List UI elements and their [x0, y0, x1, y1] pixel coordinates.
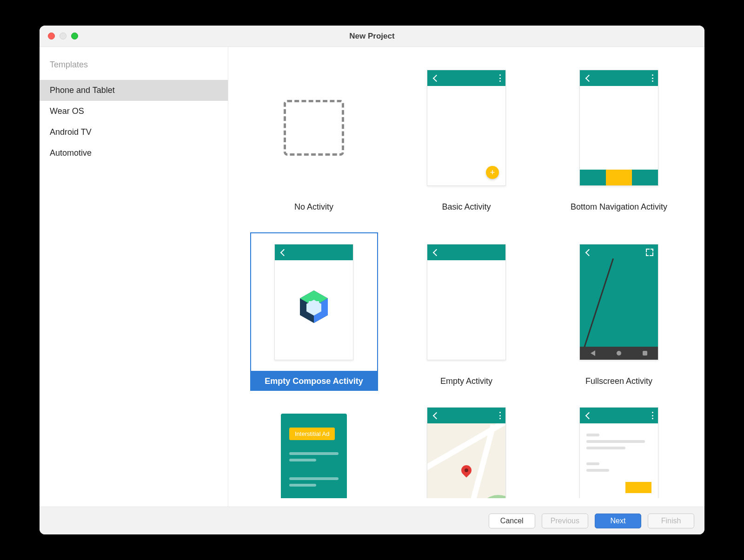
- back-arrow-icon: [432, 412, 439, 419]
- back-arrow-icon: [585, 74, 592, 82]
- fullscreen-preview: [579, 244, 658, 360]
- sidebar-item-label: Wear OS: [50, 106, 84, 116]
- overflow-menu-icon: [651, 74, 653, 82]
- fullscreen-icon: [646, 249, 653, 256]
- overflow-menu-icon: [499, 412, 501, 419]
- template-thumbnail: +: [403, 58, 531, 198]
- interstitial-ad-preview: Interstitial Ad: [274, 407, 353, 499]
- fab-add-icon: +: [486, 166, 499, 179]
- next-button[interactable]: Next: [595, 514, 641, 528]
- sidebar-item-label: Automotive: [50, 148, 92, 158]
- template-thumbnail: [250, 232, 378, 372]
- template-thumbnail: [555, 58, 683, 198]
- template-thumbnail: [403, 406, 531, 499]
- dialog-body: Templates Phone and Tablet Wear OS Andro…: [40, 47, 704, 507]
- template-tile-no-activity[interactable]: No Activity: [247, 58, 381, 224]
- template-tile-basic-activity[interactable]: + Basic Activity: [399, 58, 533, 224]
- back-arrow-icon: [585, 412, 592, 419]
- template-gallery: No Activity + Basic Activity: [228, 47, 704, 507]
- template-thumbnail: [555, 406, 683, 499]
- android-navbar-icon: [580, 347, 658, 360]
- cancel-button[interactable]: Cancel: [489, 514, 535, 528]
- template-label: Empty Activity: [403, 372, 531, 391]
- template-tile-fullscreen-activity[interactable]: Fullscreen Activity: [552, 232, 686, 398]
- sidebar-item-wear-os[interactable]: Wear OS: [40, 101, 228, 122]
- dialog-footer: Cancel Previous Next Finish: [40, 507, 704, 534]
- template-tile-google-maps[interactable]: [399, 406, 533, 507]
- template-thumbnail: [555, 232, 683, 372]
- login-preview: [579, 407, 658, 499]
- empty-activity-preview: [427, 244, 506, 360]
- template-tile-empty-compose[interactable]: Empty Compose Activity: [247, 232, 381, 398]
- template-label: Bottom Navigation Activity: [555, 198, 683, 217]
- template-label: No Activity: [250, 198, 378, 217]
- template-tile-bottom-navigation[interactable]: Bottom Navigation Activity: [552, 58, 686, 224]
- back-arrow-icon: [585, 249, 592, 256]
- sidebar-item-label: Android TV: [50, 127, 92, 137]
- no-activity-icon: [274, 70, 353, 186]
- template-thumbnail: [403, 232, 531, 372]
- overflow-menu-icon: [651, 412, 653, 419]
- map-pin-icon: [461, 465, 472, 475]
- template-tile-login-activity[interactable]: [552, 406, 686, 507]
- sidebar-item-phone-tablet[interactable]: Phone and Tablet: [40, 80, 228, 101]
- template-thumbnail: Interstitial Ad: [250, 406, 378, 499]
- ad-tag-label: Interstitial Ad: [289, 428, 335, 440]
- finish-button[interactable]: Finish: [648, 514, 694, 528]
- dashed-rectangle-icon: [284, 100, 344, 156]
- back-arrow-icon: [432, 249, 439, 256]
- template-label: Basic Activity: [403, 198, 531, 217]
- overflow-menu-icon: [499, 74, 501, 82]
- sidebar-item-automotive[interactable]: Automotive: [40, 143, 228, 164]
- template-grid[interactable]: No Activity + Basic Activity: [228, 47, 704, 507]
- back-arrow-icon: [279, 249, 287, 256]
- basic-activity-preview: +: [427, 70, 506, 186]
- previous-button[interactable]: Previous: [542, 514, 588, 528]
- sidebar-header: Templates: [40, 55, 228, 80]
- template-tile-empty-activity[interactable]: Empty Activity: [399, 232, 533, 398]
- bottom-nav-bar-icon: [580, 170, 658, 185]
- jetpack-compose-logo-icon: [298, 290, 330, 326]
- google-maps-preview: [427, 407, 506, 499]
- back-arrow-icon: [432, 74, 439, 82]
- new-project-window: New Project Templates Phone and Tablet W…: [40, 26, 704, 534]
- titlebar: New Project: [40, 26, 704, 47]
- window-title: New Project: [40, 32, 704, 41]
- empty-compose-preview: [274, 244, 353, 360]
- template-label: Empty Compose Activity: [250, 372, 378, 391]
- template-label: Fullscreen Activity: [555, 372, 683, 391]
- template-tile-interstitial-ad[interactable]: Interstitial Ad: [247, 406, 381, 507]
- bottom-nav-preview: [579, 70, 658, 186]
- template-thumbnail: [250, 58, 378, 198]
- sidebar-item-label: Phone and Tablet: [50, 86, 115, 95]
- sidebar: Templates Phone and Tablet Wear OS Andro…: [40, 47, 228, 507]
- sidebar-item-android-tv[interactable]: Android TV: [40, 122, 228, 143]
